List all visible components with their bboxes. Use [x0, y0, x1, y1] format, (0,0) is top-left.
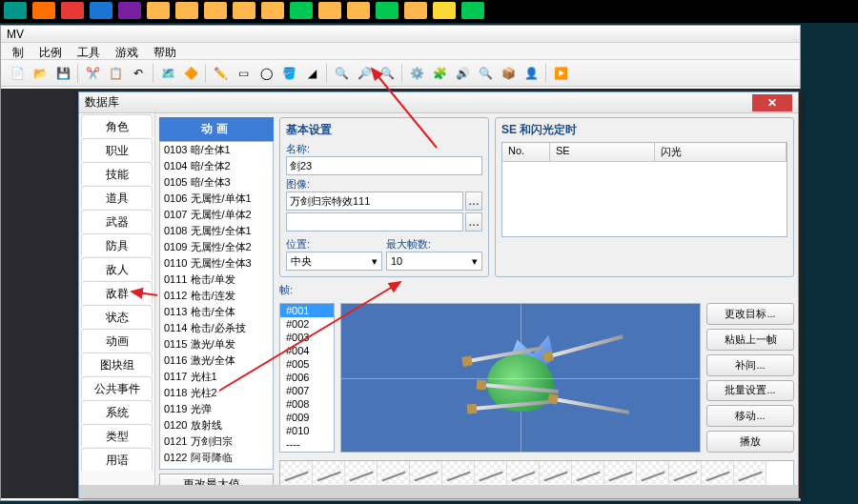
save-icon[interactable]: 💾 [52, 63, 73, 84]
tab-敌群[interactable]: 敌群 [81, 281, 153, 304]
list-item[interactable]: 0105 暗/全体3 [160, 174, 273, 191]
frame-item[interactable]: ---- [280, 437, 334, 451]
dialog-titlebar[interactable]: 数据库 ✕ [79, 92, 798, 113]
list-item[interactable]: 0112 枪击/连发 [160, 288, 273, 304]
tab-类型[interactable]: 类型 [81, 424, 153, 447]
taskbar-icon[interactable] [4, 2, 27, 19]
taskbar-icon[interactable] [290, 2, 313, 19]
se-table[interactable]: No. SE 闪光 [501, 142, 787, 237]
tab-道具[interactable]: 道具 [81, 186, 153, 209]
menu-item[interactable]: 制 [5, 43, 31, 59]
list-item[interactable]: 0118 光柱2 [160, 385, 273, 401]
tween-button[interactable]: 补间... [706, 354, 794, 376]
taskbar-icon[interactable] [347, 2, 370, 19]
frame-item[interactable]: #002 [280, 317, 334, 331]
taskbar-icon[interactable] [433, 2, 456, 19]
taskbar-icon[interactable] [175, 2, 198, 19]
frame-item[interactable]: #009 [280, 411, 334, 424]
frame-item[interactable]: #003 [280, 331, 334, 344]
tab-职业[interactable]: 职业 [81, 138, 153, 161]
list-item[interactable]: 0119 光弹 [160, 401, 273, 417]
cut-icon[interactable]: ✂️ [82, 63, 103, 84]
tab-用语[interactable]: 用语 [81, 448, 153, 471]
list-item[interactable]: 0113 枪击/全体 [160, 304, 273, 320]
animation-list[interactable]: 0103 暗/全体10104 暗/全体20105 暗/全体30106 无属性/单… [159, 141, 274, 470]
paste-prev-button[interactable]: 粘贴上一帧 [706, 329, 794, 351]
menu-item[interactable]: 工具 [70, 43, 108, 59]
event-icon[interactable]: 🔶 [180, 63, 201, 84]
frame-item[interactable]: #005 [280, 357, 334, 371]
taskbar-icon[interactable] [61, 2, 84, 19]
batch-button[interactable]: 批量设置... [706, 380, 794, 402]
change-target-button[interactable]: 更改目标... [706, 303, 794, 325]
ellipse-icon[interactable]: ◯ [255, 63, 276, 84]
list-item[interactable]: 0122 阿哥降临 [160, 450, 273, 466]
frame-list[interactable]: #001#002#003#004#005#006#007#008#009#010… [279, 303, 335, 453]
list-item[interactable]: 0117 光柱1 [160, 369, 273, 385]
list-item[interactable]: 0123 三花归元气 [160, 466, 273, 470]
tab-动画[interactable]: 动画 [81, 329, 153, 352]
shadow-icon[interactable]: ◢ [301, 63, 322, 84]
menubar[interactable]: 制 比例 工具 游戏 帮助 [1, 43, 800, 60]
frame-item[interactable]: #006 [280, 371, 334, 384]
maxframes-spinner[interactable]: 10 [386, 252, 482, 271]
playtest-icon[interactable]: ▶️ [550, 63, 571, 84]
event-search-icon[interactable]: 🔍 [475, 63, 496, 84]
list-item[interactable]: 0111 枪击/单发 [160, 272, 273, 288]
name-input[interactable] [286, 156, 482, 175]
list-item[interactable]: 0121 万剑归宗 [160, 433, 273, 450]
list-item[interactable]: 0108 无属性/全体1 [160, 223, 273, 239]
close-button[interactable]: ✕ [752, 94, 792, 111]
zoom-in-icon[interactable]: 🔍 [331, 63, 352, 84]
image2-browse-button[interactable]: … [465, 212, 482, 232]
zoom-out-icon[interactable]: 🔎 [354, 63, 375, 84]
database-icon[interactable]: ⚙️ [406, 63, 427, 84]
taskbar-icon[interactable] [147, 2, 170, 19]
taskbar-icon[interactable] [318, 2, 341, 19]
fill-icon[interactable]: 🪣 [278, 63, 299, 84]
list-item[interactable]: 0120 放射线 [160, 417, 273, 433]
frame-item[interactable]: #008 [280, 397, 334, 411]
menu-item[interactable]: 比例 [31, 43, 70, 59]
zoom-actual-icon[interactable]: 🔍 [377, 63, 398, 84]
image-input[interactable] [286, 192, 463, 211]
tab-敌人[interactable]: 敌人 [81, 257, 153, 280]
frame-item[interactable]: #010 [280, 424, 334, 437]
frame-item[interactable]: #004 [280, 344, 334, 357]
taskbar-icon[interactable] [376, 2, 398, 19]
move-button[interactable]: 移动... [706, 405, 794, 427]
tab-图块组[interactable]: 图块组 [81, 353, 153, 375]
taskbar-icon[interactable] [204, 2, 227, 19]
character-icon[interactable]: 👤 [521, 63, 541, 84]
list-item[interactable]: 0115 激光/单发 [160, 336, 273, 353]
list-item[interactable]: 0107 无属性/单体2 [160, 207, 273, 223]
rect-icon[interactable]: ▭ [233, 63, 254, 84]
tab-技能[interactable]: 技能 [81, 162, 153, 185]
taskbar-icon[interactable] [32, 2, 55, 19]
undo-icon[interactable]: ↶ [128, 63, 149, 84]
plugin-icon[interactable]: 🧩 [429, 63, 450, 84]
resource-icon[interactable]: 📦 [498, 63, 519, 84]
list-item[interactable]: 0114 枪击/必杀技 [160, 320, 273, 336]
list-item[interactable]: 0104 暗/全体2 [160, 158, 273, 174]
taskbar-icon[interactable] [90, 2, 112, 19]
frame-item[interactable]: #001 [280, 304, 334, 317]
tab-角色[interactable]: 角色 [81, 114, 153, 137]
animation-preview[interactable] [340, 303, 701, 453]
image-browse-button[interactable]: … [465, 192, 482, 211]
tab-公共事件[interactable]: 公共事件 [81, 376, 153, 399]
tab-防具[interactable]: 防具 [81, 233, 153, 256]
play-button[interactable]: 播放 [706, 431, 794, 453]
pencil-icon[interactable]: ✏️ [210, 63, 231, 84]
tab-武器[interactable]: 武器 [81, 210, 153, 232]
tab-系统[interactable]: 系统 [81, 400, 153, 423]
image2-input[interactable] [286, 212, 463, 232]
list-item[interactable]: 0103 暗/全体1 [160, 142, 273, 158]
list-item[interactable]: 0106 无属性/单体1 [160, 191, 273, 207]
taskbar-icon[interactable] [404, 2, 427, 19]
menu-item[interactable]: 帮助 [146, 43, 184, 59]
list-item[interactable]: 0110 无属性/全体3 [160, 255, 273, 272]
new-icon[interactable]: 📄 [7, 63, 28, 84]
sound-icon[interactable]: 🔊 [452, 63, 473, 84]
taskbar-icon[interactable] [118, 2, 141, 19]
